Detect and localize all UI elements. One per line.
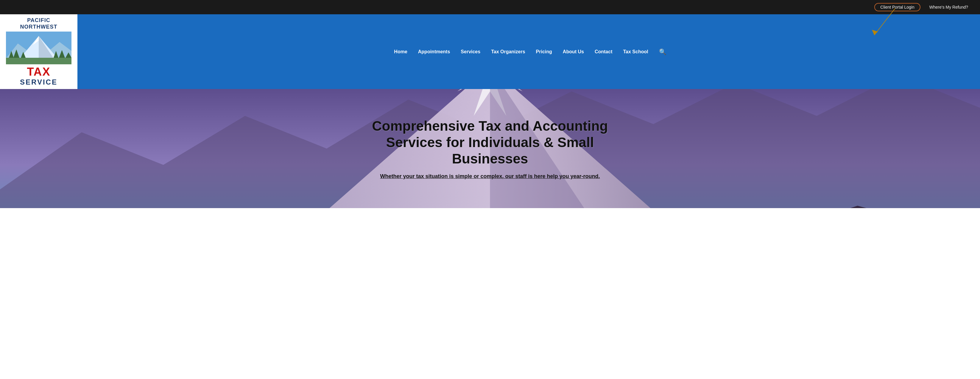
hero-content: Comprehensive Tax and Accounting Service… [356, 112, 624, 185]
logo-mountain-icon [6, 32, 72, 64]
nav-tax-school[interactable]: Tax School [618, 47, 654, 57]
nav-bar: PACIFIC NORTHWEST TAX SE [0, 14, 980, 89]
nav-home[interactable]: Home [388, 47, 412, 57]
logo-tax-service[interactable]: TAX SERVICE [20, 66, 57, 86]
nav-services[interactable]: Services [455, 47, 486, 57]
hero-section: Comprehensive Tax and Accounting Service… [0, 89, 980, 208]
nav-about-us[interactable]: About Us [557, 47, 589, 57]
refund-link[interactable]: Where's My Refund? [929, 5, 968, 10]
hero-title: Comprehensive Tax and Accounting Service… [362, 118, 618, 167]
nav-tax-organizers[interactable]: Tax Organizers [486, 47, 530, 57]
svg-rect-7 [6, 58, 72, 64]
nav-appointments[interactable]: Appointments [413, 47, 456, 57]
logo-tax-label: TAX [20, 66, 57, 78]
logo-area: PACIFIC NORTHWEST TAX SE [0, 14, 78, 89]
logo-text-top: PACIFIC NORTHWEST [20, 17, 57, 30]
nav-pricing[interactable]: Pricing [531, 47, 557, 57]
hero-subtitle: Whether your tax situation is simple or … [362, 173, 618, 180]
annotation-wrapper: Client Portal Login [874, 3, 920, 11]
nav-links: Home Appointments Services Tax Organizer… [78, 46, 980, 58]
nav-contact[interactable]: Contact [589, 47, 618, 57]
search-icon[interactable]: 🔍 [657, 46, 669, 58]
logo-service-label: SERVICE [20, 78, 57, 86]
client-portal-button[interactable]: Client Portal Login [874, 3, 920, 11]
top-bar: Client Portal Login Where's My Refund? [0, 0, 980, 14]
